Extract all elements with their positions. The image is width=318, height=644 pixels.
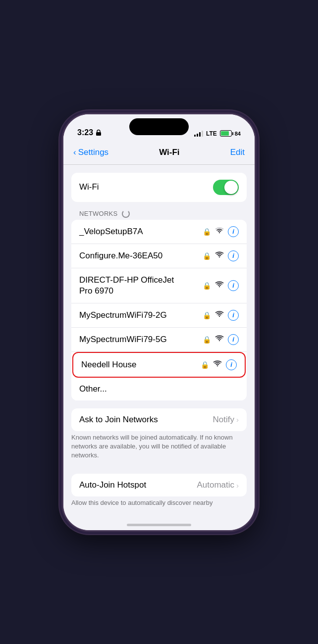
- networks-label: NETWORKS: [79, 210, 118, 217]
- chevron-right-icon: ›: [236, 481, 239, 490]
- back-label: Settings: [78, 148, 108, 157]
- auto-join-setting: Automatic: [197, 480, 234, 490]
- network-row[interactable]: MySpectrumWiFi79-5G 🔒 i: [71, 328, 247, 352]
- network-row[interactable]: DIRECT-DF-HP OfficeJetPro 6970 🔒 i: [71, 268, 247, 303]
- toggle-knob: [224, 181, 238, 194]
- home-indicator[interactable]: [127, 524, 191, 526]
- other-network-label: Other...: [79, 384, 239, 394]
- network-name: Configure.Me-36EA50: [79, 251, 203, 261]
- network-row[interactable]: _VelopSetupB7A 🔒 i: [71, 220, 247, 244]
- lte-label: LTE: [206, 130, 217, 137]
- ask-to-join-label: Ask to Join Networks: [79, 415, 158, 425]
- back-button[interactable]: ‹ Settings: [73, 148, 108, 157]
- wifi-label: Wi-Fi: [79, 182, 99, 192]
- screen: 3:23 LTE 84: [63, 114, 255, 530]
- dynamic-island: [129, 118, 189, 135]
- bar-3: [199, 132, 201, 137]
- network-name: MySpectrumWiFi79-2G: [79, 310, 203, 320]
- wifi-signal-icon: [215, 251, 224, 260]
- network-row-highlighted[interactable]: Needell House 🔒 i: [72, 352, 246, 378]
- info-button[interactable]: i: [228, 250, 239, 261]
- network-icons: 🔒 i: [201, 359, 237, 370]
- wifi-signal-icon: [213, 360, 222, 369]
- lock-icon: 🔒: [203, 311, 211, 319]
- network-icons: 🔒 i: [203, 226, 239, 237]
- wifi-signal-icon: [215, 227, 224, 236]
- lock-icon: 🔒: [203, 282, 211, 290]
- lock-icon: 🔒: [203, 336, 211, 344]
- time-label: 3:23: [77, 128, 93, 137]
- ask-to-join-description: Known networks will be joined automatica…: [63, 431, 255, 466]
- page-title: Wi-Fi: [159, 148, 179, 157]
- wifi-icon: [215, 281, 224, 288]
- wifi-icon: [215, 335, 224, 342]
- battery-icon: 84: [220, 130, 241, 137]
- info-button[interactable]: i: [228, 280, 239, 291]
- battery-body: [220, 130, 232, 137]
- battery-percent: 84: [235, 131, 241, 137]
- network-icons: 🔒 i: [203, 250, 239, 261]
- svg-rect-0: [96, 132, 101, 136]
- loading-spinner: [122, 210, 130, 218]
- network-row[interactable]: MySpectrumWiFi79-2G 🔒 i: [71, 303, 247, 328]
- wifi-icon: [215, 311, 224, 318]
- chevron-left-icon: ‹: [73, 148, 76, 157]
- lock-icon: 🔒: [203, 228, 211, 236]
- lock-icon: 🔒: [201, 361, 209, 369]
- ask-to-join-section: Ask to Join Networks Notify ›: [71, 408, 247, 431]
- network-row-other[interactable]: Other...: [71, 378, 247, 400]
- wifi-toggle[interactable]: [213, 180, 239, 195]
- edit-button[interactable]: Edit: [230, 148, 245, 157]
- wifi-signal-icon: [215, 335, 224, 344]
- wifi-icon: [213, 360, 222, 367]
- phone-frame: 3:23 LTE 84: [62, 113, 256, 531]
- info-button[interactable]: i: [226, 359, 237, 370]
- lock-status-icon: [95, 129, 102, 136]
- networks-list: _VelopSetupB7A 🔒 i: [71, 220, 247, 400]
- wifi-signal-icon: [215, 311, 224, 320]
- status-time: 3:23: [77, 128, 102, 137]
- auto-join-hotspot-section: Auto-Join Hotspot Automatic ›: [71, 474, 247, 496]
- network-name: MySpectrumWiFi79-5G: [79, 335, 203, 345]
- network-icons: 🔒 i: [203, 310, 239, 321]
- network-icons: 🔒 i: [203, 280, 239, 291]
- signal-bars: [194, 131, 203, 137]
- bar-4: [202, 131, 203, 137]
- info-button[interactable]: i: [228, 226, 239, 237]
- network-name-needell: Needell House: [81, 360, 201, 370]
- ask-to-join-value[interactable]: Notify ›: [213, 415, 239, 425]
- wifi-toggle-card: Wi-Fi: [71, 173, 247, 202]
- wifi-icon: [215, 251, 224, 258]
- bar-2: [197, 134, 198, 137]
- status-icons: LTE 84: [194, 130, 241, 137]
- bar-1: [194, 135, 196, 137]
- ask-to-join-row[interactable]: Ask to Join Networks Notify ›: [71, 408, 247, 431]
- networks-section-header: NETWORKS: [63, 206, 255, 220]
- wifi-icon: [215, 227, 224, 234]
- wifi-signal-icon: [215, 281, 224, 290]
- network-name: _VelopSetupB7A: [79, 227, 203, 237]
- network-row[interactable]: Configure.Me-36EA50 🔒 i: [71, 244, 247, 268]
- wifi-toggle-row: Wi-Fi: [71, 173, 247, 202]
- battery-tip: [232, 132, 233, 135]
- network-name: DIRECT-DF-HP OfficeJetPro 6970: [79, 275, 203, 297]
- auto-join-hotspot-row[interactable]: Auto-Join Hotspot Automatic ›: [71, 474, 247, 496]
- nav-bar: ‹ Settings Wi-Fi Edit: [63, 141, 255, 165]
- lock-icon: 🔒: [203, 252, 211, 260]
- chevron-right-icon: ›: [236, 415, 239, 424]
- auto-join-value[interactable]: Automatic ›: [197, 480, 239, 490]
- content-area: Wi-Fi NETWORKS _VelopSetupB7A 🔒: [63, 165, 255, 518]
- auto-join-label: Auto-Join Hotspot: [79, 480, 146, 490]
- info-button[interactable]: i: [228, 310, 239, 321]
- network-icons: 🔒 i: [203, 334, 239, 345]
- info-button[interactable]: i: [228, 334, 239, 345]
- battery-fill: [221, 131, 229, 136]
- auto-join-description: Allow this device to automatically disco…: [63, 496, 255, 509]
- ask-to-join-setting: Notify: [213, 415, 234, 425]
